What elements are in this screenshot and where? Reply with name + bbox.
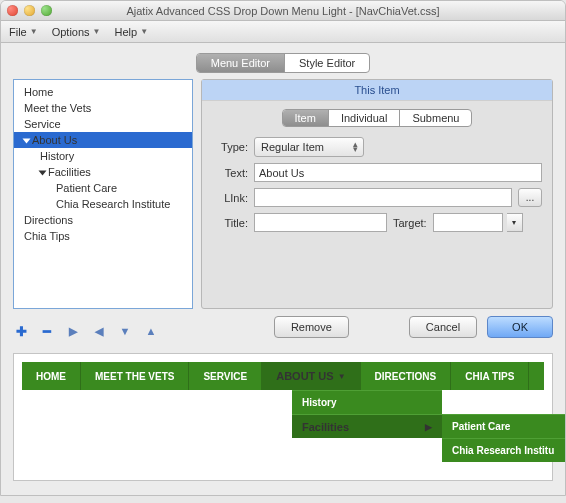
title-input[interactable] (254, 213, 387, 232)
menu-file[interactable]: File▼ (9, 26, 38, 38)
cancel-button[interactable]: Cancel (409, 316, 477, 338)
menu-help[interactable]: Help▼ (115, 26, 149, 38)
nav-meet[interactable]: MEET THE VETS (81, 362, 189, 390)
menubar: File▼ Options▼ Help▼ (1, 21, 565, 43)
sub-facilities[interactable]: Facilities▶ (292, 414, 442, 438)
add-item-icon[interactable]: ✚ (13, 323, 29, 339)
nav-home[interactable]: HOME (22, 362, 81, 390)
properties-panel: This Item Item Individual Submenu Type: … (201, 79, 553, 309)
tree-toolbar: ✚ ━ ▶ ◀ ▼ ▲ (13, 323, 159, 339)
tree-item-home[interactable]: Home (14, 84, 192, 100)
nav-directions[interactable]: DIRECTIONS (361, 362, 452, 390)
remove-button[interactable]: Remove (274, 316, 349, 338)
tree-item-history[interactable]: History (14, 148, 192, 164)
chevron-down-icon: ▼ (338, 372, 346, 381)
subtab-individual[interactable]: Individual (329, 110, 400, 126)
label-text: Text: (212, 167, 248, 179)
preview-submenu: History Facilities▶ (292, 390, 442, 438)
nav-about[interactable]: ABOUT US▼ (262, 362, 360, 390)
nav-tips[interactable]: CHIA TIPS (451, 362, 529, 390)
tree-item-tips[interactable]: Chia Tips (14, 228, 192, 244)
sub2-research[interactable]: Chia Research Institu (442, 438, 566, 462)
target-dropdown-button[interactable]: ▾ (507, 213, 523, 232)
move-down-icon[interactable]: ▼ (117, 323, 133, 339)
text-input[interactable] (254, 163, 542, 182)
app-window: Ajatix Advanced CSS Drop Down Menu Light… (0, 0, 566, 496)
type-select[interactable]: Regular Item ▴▾ (254, 137, 364, 157)
panel-subtabs: Item Individual Submenu (202, 109, 552, 127)
tab-style-editor[interactable]: Style Editor (285, 54, 369, 72)
preview-submenu2: Patient Care Chia Research Institu (442, 414, 566, 462)
disclosure-icon (39, 171, 47, 176)
tree-item-research[interactable]: Chia Research Institute (14, 196, 192, 212)
window-title: Ajatix Advanced CSS Drop Down Menu Light… (1, 5, 565, 17)
menu-options[interactable]: Options▼ (52, 26, 101, 38)
label-title: Title: (212, 217, 248, 229)
label-target: Target: (393, 217, 427, 229)
sub-history[interactable]: History (292, 390, 442, 414)
ok-button[interactable]: OK (487, 316, 553, 338)
menu-preview: HOME MEET THE VETS SERVICE ABOUT US▼ DIR… (13, 353, 553, 481)
move-left-icon[interactable]: ◀ (91, 323, 107, 339)
tree-item-patient[interactable]: Patient Care (14, 180, 192, 196)
preview-navbar: HOME MEET THE VETS SERVICE ABOUT US▼ DIR… (22, 362, 544, 390)
nav-service[interactable]: SERVICE (189, 362, 262, 390)
menu-tree[interactable]: Home Meet the Vets Service About Us Hist… (13, 79, 193, 309)
chevron-updown-icon: ▴▾ (353, 142, 358, 152)
subtab-item[interactable]: Item (283, 110, 329, 126)
remove-item-icon[interactable]: ━ (39, 323, 55, 339)
tree-item-about[interactable]: About Us (14, 132, 192, 148)
tree-item-facilities[interactable]: Facilities (14, 164, 192, 180)
tree-item-directions[interactable]: Directions (14, 212, 192, 228)
tree-item-service[interactable]: Service (14, 116, 192, 132)
panel-header: This Item (202, 80, 552, 101)
move-right-icon[interactable]: ▶ (65, 323, 81, 339)
move-up-icon[interactable]: ▲ (143, 323, 159, 339)
disclosure-icon (23, 139, 31, 144)
browse-button[interactable]: ... (518, 188, 542, 207)
label-type: Type: (212, 141, 248, 153)
label-link: LInk: (212, 192, 248, 204)
tab-menu-editor[interactable]: Menu Editor (197, 54, 285, 72)
tree-item-meet[interactable]: Meet the Vets (14, 100, 192, 116)
subtab-submenu[interactable]: Submenu (400, 110, 471, 126)
link-input[interactable] (254, 188, 512, 207)
sub2-patient[interactable]: Patient Care (442, 414, 566, 438)
chevron-right-icon: ▶ (425, 422, 432, 432)
titlebar: Ajatix Advanced CSS Drop Down Menu Light… (1, 1, 565, 21)
target-input[interactable] (433, 213, 503, 232)
main-tabs: Menu Editor Style Editor (13, 53, 553, 73)
